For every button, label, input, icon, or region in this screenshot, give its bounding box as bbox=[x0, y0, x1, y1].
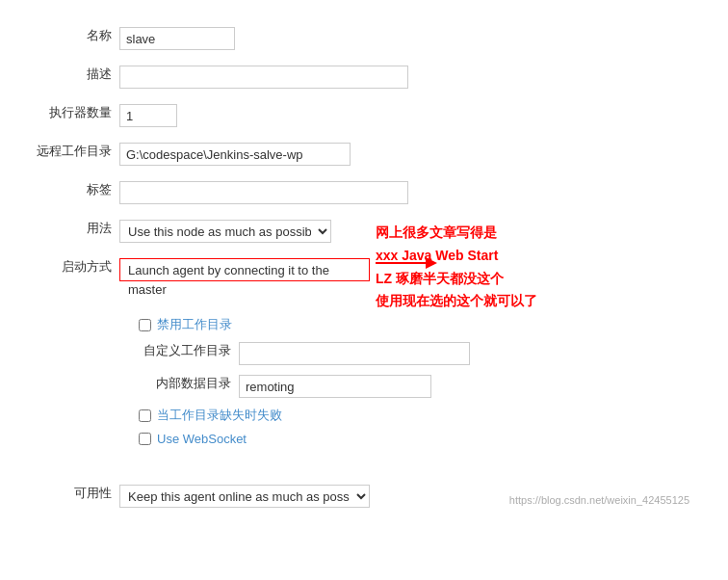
usage-select[interactable]: Use this node as much as possible bbox=[119, 220, 331, 243]
usage-label: 用法 bbox=[29, 212, 116, 250]
annotation-line3: LZ 琢磨半天都没这个 bbox=[376, 268, 537, 291]
remote-dir-label: 远程工作目录 bbox=[29, 135, 116, 173]
fail-workspace-checkbox[interactable] bbox=[139, 409, 151, 422]
disable-workspace-label: 禁用工作目录 bbox=[157, 316, 232, 333]
internal-data-input[interactable] bbox=[239, 375, 431, 398]
desc-input[interactable] bbox=[119, 66, 408, 89]
custom-workspace-label: 自定义工作目录 bbox=[139, 337, 235, 370]
executors-label: 执行器数量 bbox=[29, 96, 116, 135]
remote-dir-input[interactable] bbox=[119, 143, 351, 166]
annotation-line1: 网上很多文章写得是 bbox=[376, 222, 537, 245]
internal-data-label: 内部数据目录 bbox=[139, 370, 235, 403]
use-websocket-checkbox[interactable] bbox=[139, 433, 151, 445]
launch-label: 启动方式 bbox=[29, 250, 116, 304]
disable-workspace-checkbox[interactable] bbox=[139, 319, 151, 331]
tags-input[interactable] bbox=[119, 181, 408, 204]
url-watermark: https://blog.csdn.net/weixin_42455125 bbox=[509, 494, 689, 506]
use-websocket-label: Use WebSocket bbox=[157, 432, 247, 446]
disable-workspace-row: 禁用工作目录 bbox=[139, 312, 695, 337]
desc-label: 描述 bbox=[29, 58, 116, 96]
name-label: 名称 bbox=[29, 19, 116, 58]
fail-workspace-label: 当工作目录缺失时失败 bbox=[157, 407, 282, 424]
availability-select[interactable]: Keep this agent online as much as possib… bbox=[119, 485, 370, 508]
annotation-line2: xxx Java Web Start bbox=[376, 245, 537, 268]
annotation-box: 网上很多文章写得是 xxx Java Web Start LZ 琢磨半天都没这个… bbox=[376, 222, 537, 313]
custom-workspace-input[interactable] bbox=[239, 342, 470, 365]
use-websocket-row: Use WebSocket bbox=[139, 428, 695, 450]
launch-method-box[interactable]: Launch agent by connecting it to the mas… bbox=[119, 258, 370, 281]
name-input[interactable] bbox=[119, 27, 235, 50]
fail-workspace-row: 当工作目录缺失时失败 bbox=[139, 403, 695, 428]
executors-input[interactable] bbox=[119, 104, 177, 127]
availability-label: 可用性 bbox=[29, 477, 116, 515]
tags-label: 标签 bbox=[29, 173, 116, 212]
annotation-line4: 使用现在选的这个就可以了 bbox=[376, 290, 537, 313]
